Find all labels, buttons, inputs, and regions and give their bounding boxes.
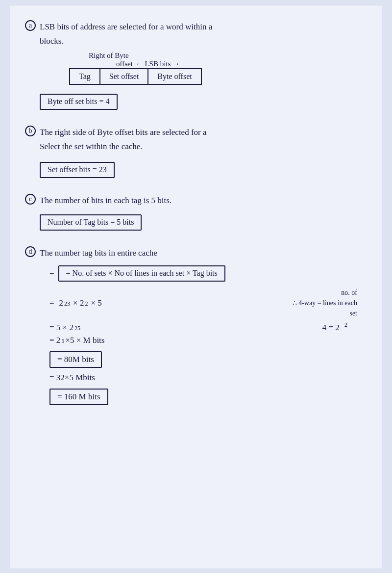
- section-c-text1: The number of bits in each tag is 5 bits…: [40, 194, 367, 208]
- tag-bits-box: Number of Tag bits = 5 bits: [40, 214, 142, 231]
- byte-offset-formula: Byte off set bits = 4: [48, 97, 110, 105]
- note2: ∴ 4-way = lines in each: [293, 299, 357, 307]
- f2-exp1: 23: [64, 300, 70, 308]
- section-a-text1: LSB bits of address are selected for a w…: [40, 20, 367, 34]
- section-a: a LSB bits of address are selected for a…: [25, 20, 367, 112]
- label-b: b: [25, 126, 36, 136]
- byte-offset-box: Byte off set bits = 4: [40, 94, 118, 110]
- f4-end: ×5 × M bits: [65, 336, 104, 345]
- f3-exp: 25: [74, 325, 80, 332]
- section-b-text2: Select the set within the cache.: [40, 140, 367, 154]
- section-d: d The number tag bits in entire cache = …: [25, 246, 367, 407]
- note4-exp: 2: [344, 321, 347, 328]
- set-offset-box: Set offset bits = 23: [40, 162, 115, 178]
- formula-box-1: = No. of sets × No of lines in each set …: [58, 265, 225, 282]
- label-a: a: [25, 20, 36, 31]
- formula-4: = 2 5 ×5 × M bits: [49, 336, 367, 345]
- formula-5: = 32×5 Mbits: [49, 373, 95, 382]
- label-c: c: [25, 194, 36, 205]
- equals-1: =: [49, 270, 54, 280]
- note4-text: 4 = 2: [322, 323, 340, 332]
- label-d: d: [25, 246, 36, 257]
- note1: no. of: [341, 289, 357, 296]
- tag-cell: Tag: [70, 69, 100, 84]
- lsb-arrow: ← LSB bits →: [136, 60, 180, 68]
- result-box-1: = 80M bits: [49, 351, 102, 368]
- page: a LSB bits of address are selected for a…: [10, 5, 382, 569]
- formula-3: = 5 × 2 25: [49, 323, 80, 333]
- note3: set: [349, 310, 357, 317]
- set-offset-cell: Set offset: [100, 69, 148, 84]
- right-of-byte: Right of Byte: [89, 52, 129, 59]
- result-1-text: = 80M bits: [57, 355, 94, 364]
- offset-label: offset: [116, 60, 133, 68]
- section-b-text1: The right side of Byte offset bits are s…: [40, 126, 367, 140]
- f2-mid: × 2: [73, 298, 84, 308]
- note-4-2: 4 = 2 2: [322, 321, 347, 333]
- equals-2: =: [49, 298, 54, 308]
- f4-exp: 5: [61, 338, 64, 345]
- tag-bits-formula: Number of Tag bits = 5 bits: [48, 218, 134, 226]
- result-box-2: = 160 M bits: [49, 389, 108, 405]
- address-format-table: Tag Set offset Byte offset: [69, 68, 202, 85]
- equals-4: = 2: [49, 336, 60, 345]
- note-right-1: no. of ∴ 4-way = lines in each set: [293, 287, 357, 318]
- byte-offset-cell: Byte offset: [148, 69, 201, 84]
- table-row: Tag Set offset Byte offset: [70, 69, 201, 84]
- result-2-text: = 160 M bits: [57, 392, 100, 401]
- formula-2: = 2 23 × 2 2 × 5: [49, 298, 102, 308]
- set-offset-formula: Set offset bits = 23: [48, 165, 107, 174]
- section-a-text2: blocks.: [40, 34, 367, 49]
- f2-base1: 2: [59, 298, 64, 308]
- f2-end: × 5: [91, 298, 101, 308]
- address-table-container: Right of Byte offset ← LSB bits → Tag Se…: [69, 52, 367, 85]
- section-d-text1: The number tag bits in entire cache: [40, 246, 367, 260]
- arrow-label: Right of Byte offset ← LSB bits →: [89, 52, 367, 68]
- equals-3: = 5 × 2: [49, 323, 74, 333]
- section-c: c The number of bits in each tag is 5 bi…: [25, 194, 367, 233]
- formula-1-text: = No. of sets × No of lines in each set …: [66, 269, 218, 277]
- formula-3-row: = 5 × 2 25 4 = 2 2: [49, 321, 367, 333]
- f2-exp2: 2: [85, 300, 88, 308]
- section-b: b The right side of Byte offset bits are…: [25, 126, 367, 180]
